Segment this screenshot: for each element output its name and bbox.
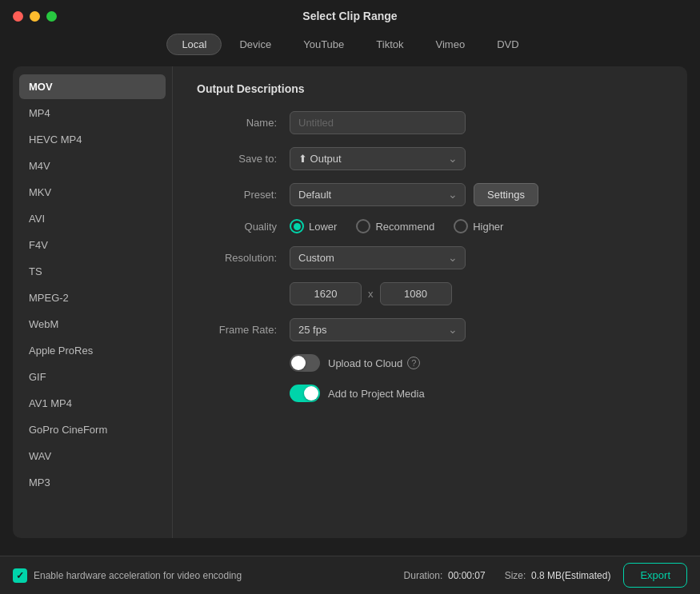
sidebar-item-gopro[interactable]: GoPro CineForm [19, 417, 166, 442]
sidebar-item-gif[interactable]: GIF [19, 365, 166, 389]
upload-cloud-toggle[interactable] [290, 354, 320, 372]
radio-lower-inner [294, 223, 301, 230]
resolution-values-row: x [197, 282, 663, 305]
resolution-width-input[interactable] [290, 282, 362, 305]
frame-rate-select[interactable]: 25 fps 30 fps 60 fps [290, 318, 466, 341]
tab-bar: Local Device YouTube Tiktok Vimeo DVD [0, 29, 700, 66]
quality-option-recommend[interactable]: Recommend [356, 219, 434, 233]
preset-row: Preset: Default Settings [197, 183, 663, 206]
quality-option-higher[interactable]: Higher [454, 219, 503, 233]
frame-rate-label: Frame Rate: [197, 324, 277, 336]
upload-cloud-text: Upload to Cloud [328, 357, 402, 369]
sidebar-item-ts[interactable]: TS [19, 259, 166, 284]
quality-row: Quality Lower Recommend Higher [197, 219, 663, 233]
quality-higher-label: Higher [473, 221, 503, 233]
tab-local[interactable]: Local [166, 34, 222, 55]
sidebar-item-wav[interactable]: WAV [19, 444, 166, 468]
add-project-toggle[interactable] [290, 385, 320, 402]
resolution-row: Resolution: Custom [197, 246, 663, 269]
settings-button[interactable]: Settings [474, 183, 538, 206]
resolution-label: Resolution: [197, 252, 277, 264]
help-icon[interactable]: ? [407, 357, 420, 369]
window-controls [13, 11, 57, 22]
sidebar-item-mp3[interactable]: MP3 [19, 470, 166, 495]
sidebar-item-f4v[interactable]: F4V [19, 233, 166, 257]
title-bar: Select Clip Range [0, 0, 700, 29]
quality-lower-label: Lower [309, 221, 337, 233]
frame-rate-row: Frame Rate: 25 fps 30 fps 60 fps [197, 318, 663, 341]
quality-option-lower[interactable]: Lower [290, 219, 337, 233]
radio-lower [290, 219, 304, 233]
bottom-bar: ✓ Enable hardware acceleration for video… [0, 556, 700, 594]
add-project-label: Add to Project Media [328, 388, 425, 400]
close-button[interactable] [13, 11, 23, 22]
preset-select-wrapper: Default [290, 183, 466, 206]
upload-cloud-label: Upload to Cloud ? [328, 357, 420, 369]
size-label: Size: [505, 570, 526, 581]
tab-tiktok[interactable]: Tiktok [362, 34, 418, 55]
name-label: Name: [197, 117, 277, 129]
size-value: 0.8 MB(Estimated) [531, 570, 610, 581]
sidebar-item-mkv[interactable]: MKV [19, 180, 166, 205]
save-to-label: Save to: [197, 153, 277, 165]
name-input[interactable] [290, 111, 466, 134]
sidebar-item-mov[interactable]: MOV [19, 74, 166, 99]
add-project-row: Add to Project Media [197, 385, 663, 402]
radio-higher [454, 219, 468, 233]
frame-rate-select-wrapper: 25 fps 30 fps 60 fps [290, 318, 466, 341]
sidebar-item-webm[interactable]: WebM [19, 312, 166, 337]
save-to-select[interactable]: ⬆ Output [290, 147, 466, 170]
window-title: Select Clip Range [302, 10, 397, 22]
sidebar-item-avi[interactable]: AVI [19, 206, 166, 231]
upload-cloud-knob [291, 356, 306, 370]
tab-youtube[interactable]: YouTube [289, 34, 358, 55]
name-row: Name: [197, 111, 663, 134]
sidebar-item-mp4[interactable]: MP4 [19, 101, 166, 126]
bottom-meta: Duration: 00:00:07 Size: 0.8 MB(Estimate… [404, 570, 611, 581]
size-meta: Size: 0.8 MB(Estimated) [505, 570, 611, 581]
export-button[interactable]: Export [623, 563, 687, 588]
save-to-row: Save to: ⬆ Output [197, 147, 663, 170]
quality-recommend-label: Recommend [375, 221, 434, 233]
x-separator: x [368, 288, 374, 300]
hw-accel-label: Enable hardware acceleration for video e… [34, 570, 242, 581]
resolution-select[interactable]: Custom [290, 246, 466, 269]
maximize-button[interactable] [46, 11, 57, 22]
duration-meta: Duration: 00:00:07 [404, 570, 486, 581]
radio-recommend [356, 219, 370, 233]
tab-vimeo[interactable]: Vimeo [422, 34, 480, 55]
quality-label: Quality [197, 221, 277, 233]
save-to-select-wrapper: ⬆ Output [290, 147, 466, 170]
tab-device[interactable]: Device [225, 34, 286, 55]
sidebar-item-av1-mp4[interactable]: AV1 MP4 [19, 391, 166, 416]
upload-cloud-row: Upload to Cloud ? [197, 354, 663, 372]
hw-accel-section: ✓ Enable hardware acceleration for video… [13, 568, 404, 583]
tab-dvd[interactable]: DVD [482, 34, 533, 55]
sidebar-item-m4v[interactable]: M4V [19, 153, 166, 178]
section-title: Output Descriptions [197, 82, 663, 95]
add-project-text: Add to Project Media [328, 388, 425, 400]
preset-select[interactable]: Default [290, 183, 466, 206]
sidebar-item-apple-prores[interactable]: Apple ProRes [19, 338, 166, 363]
add-project-knob [304, 386, 318, 401]
resolution-height-input[interactable] [380, 282, 452, 305]
duration-value: 00:00:07 [448, 570, 486, 581]
resolution-inputs: x [290, 282, 452, 305]
format-sidebar: MOV MP4 HEVC MP4 M4V MKV AVI F4V TS MPEG… [13, 66, 173, 538]
duration-label: Duration: [404, 570, 443, 581]
checkbox-check-icon: ✓ [16, 571, 24, 580]
minimize-button[interactable] [30, 11, 40, 22]
main-content: MOV MP4 HEVC MP4 M4V MKV AVI F4V TS MPEG… [13, 66, 687, 538]
resolution-select-wrapper: Custom [290, 246, 466, 269]
hw-accel-checkbox[interactable]: ✓ [13, 568, 27, 583]
preset-label: Preset: [197, 189, 277, 201]
output-settings-panel: Output Descriptions Name: Save to: ⬆ Out… [173, 66, 687, 538]
quality-options: Lower Recommend Higher [290, 219, 503, 233]
sidebar-item-mpeg2[interactable]: MPEG-2 [19, 285, 166, 310]
sidebar-item-hevc-mp4[interactable]: HEVC MP4 [19, 127, 166, 152]
